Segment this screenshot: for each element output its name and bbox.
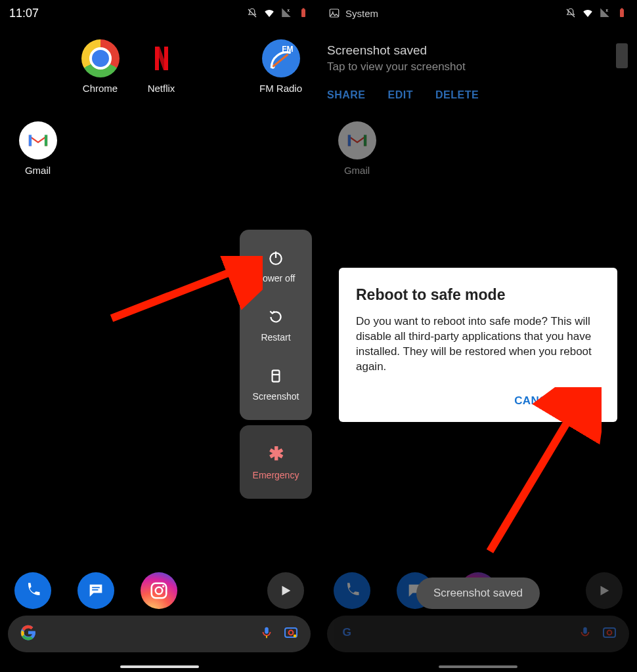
app-gmail[interactable]: Gmail: [7, 121, 69, 176]
power-menu: Power off Restart Screenshot ✱ Emergency: [240, 230, 312, 499]
dnd-off-icon: [246, 7, 258, 19]
mic-icon[interactable]: [259, 625, 274, 642]
battery-icon: [616, 7, 628, 19]
lens-icon[interactable]: [283, 625, 299, 643]
svg-rect-32: [363, 135, 366, 146]
power-menu-card: Power off Restart Screenshot: [240, 230, 312, 420]
phone-app[interactable]: [334, 572, 370, 609]
svg-line-14: [112, 268, 242, 318]
chrome-icon: [81, 39, 120, 77]
svg-point-18: [156, 587, 163, 595]
svg-rect-24: [294, 635, 296, 637]
svg-rect-38: [583, 627, 587, 634]
svg-text:G: G: [342, 625, 351, 639]
svg-rect-5: [164, 47, 168, 70]
emergency-option[interactable]: ✱ Emergency: [240, 425, 312, 499]
screenshot-2: System x Screenshot saved Tap to view yo…: [318, 0, 637, 672]
search-bar[interactable]: [8, 616, 311, 652]
mic-icon[interactable]: [578, 625, 592, 642]
gesture-bar[interactable]: [120, 665, 199, 668]
svg-rect-8: [28, 135, 31, 146]
notification-title: Screenshot saved: [327, 43, 629, 58]
app-label: Chrome: [83, 83, 118, 94]
search-bar[interactable]: G: [327, 616, 629, 652]
lens-icon[interactable]: [602, 625, 617, 643]
cancel-button[interactable]: CANCEL: [514, 394, 562, 408]
svg-rect-30: [621, 9, 623, 10]
app-netflix[interactable]: Netflix: [130, 39, 192, 94]
screenshot-icon: [267, 368, 284, 385]
notification-subtitle: Tap to view your screenshot: [327, 60, 629, 74]
svg-rect-12: [273, 370, 280, 381]
netflix-icon: [143, 39, 181, 77]
screenshot-option[interactable]: Screenshot: [240, 354, 312, 413]
svg-rect-9: [44, 135, 47, 146]
annotation-arrow-poweroff: [99, 256, 263, 328]
gmail-icon: [19, 121, 57, 159]
google-g-icon: [20, 624, 37, 644]
svg-rect-29: [620, 9, 624, 17]
screenshot-notification[interactable]: Screenshot saved Tap to view your screen…: [327, 43, 629, 101]
app-chrome[interactable]: Chrome: [69, 39, 131, 94]
gmail-icon: [338, 121, 376, 159]
signal-icon: x: [280, 7, 292, 19]
battery-icon: [297, 7, 309, 19]
instagram-icon: [149, 581, 169, 600]
svg-point-19: [162, 585, 164, 587]
screenshot-thumbnail[interactable]: [616, 43, 628, 68]
play-icon: [278, 583, 293, 598]
svg-rect-31: [347, 135, 350, 146]
delete-button[interactable]: DELETE: [435, 89, 479, 101]
power-off-option[interactable]: Power off: [240, 236, 312, 295]
screenshot-1: 11:07 x Chrome Netflix: [0, 0, 318, 672]
safe-mode-dialog: Reboot to safe mode Do you want to reboo…: [339, 268, 617, 422]
ok-button[interactable]: OK: [583, 394, 600, 408]
google-g-icon: G: [339, 624, 356, 644]
svg-rect-20: [265, 627, 269, 634]
home-screen-apps: Chrome Netflix FM FM Radio Gmail: [0, 33, 318, 39]
phone-icon: [24, 581, 42, 600]
emergency-icon: ✱: [269, 445, 284, 463]
app-label: FM Radio: [259, 83, 302, 94]
dock: [0, 572, 318, 609]
app-label: Netflix: [148, 83, 175, 94]
svg-line-41: [490, 411, 574, 551]
app-gmail[interactable]: Gmail: [326, 121, 388, 176]
messages-icon: [87, 581, 105, 600]
dialog-title: Reboot to safe mode: [356, 286, 600, 304]
phone-app[interactable]: [14, 572, 51, 609]
dnd-off-icon: [565, 7, 577, 19]
svg-text:x: x: [606, 8, 609, 12]
app-label: Gmail: [344, 165, 370, 176]
instagram-app[interactable]: [141, 572, 177, 609]
play-store-app[interactable]: [586, 572, 623, 609]
edit-button[interactable]: EDIT: [388, 89, 413, 101]
app-fm-radio[interactable]: FM FM Radio: [250, 39, 312, 94]
status-app-name: System: [345, 8, 378, 19]
power-icon: [267, 249, 284, 266]
svg-rect-17: [152, 583, 167, 598]
signal-icon: x: [599, 7, 611, 19]
svg-rect-4: [155, 47, 159, 70]
image-icon: [328, 7, 340, 19]
svg-point-40: [607, 631, 612, 635]
svg-rect-3: [303, 9, 305, 10]
messages-app[interactable]: [77, 572, 114, 609]
wifi-icon: [582, 7, 594, 19]
svg-rect-25: [330, 9, 339, 17]
gesture-bar[interactable]: [439, 665, 517, 668]
svg-text:x: x: [288, 8, 290, 12]
share-button[interactable]: SHARE: [327, 89, 366, 101]
status-bar: 11:07 x: [0, 0, 318, 26]
restart-icon: [267, 308, 284, 326]
play-store-app[interactable]: [267, 572, 304, 609]
svg-point-23: [289, 631, 294, 635]
toast: Screenshot saved: [416, 578, 540, 609]
svg-rect-2: [301, 9, 305, 17]
status-bar: System x: [319, 0, 637, 26]
restart-option[interactable]: Restart: [240, 295, 312, 354]
fm-radio-icon: FM: [262, 39, 300, 77]
dialog-body: Do you want to reboot into safe mode? Th…: [356, 314, 600, 375]
home-screen-apps: Gmail: [319, 33, 637, 39]
svg-rect-39: [604, 628, 615, 637]
